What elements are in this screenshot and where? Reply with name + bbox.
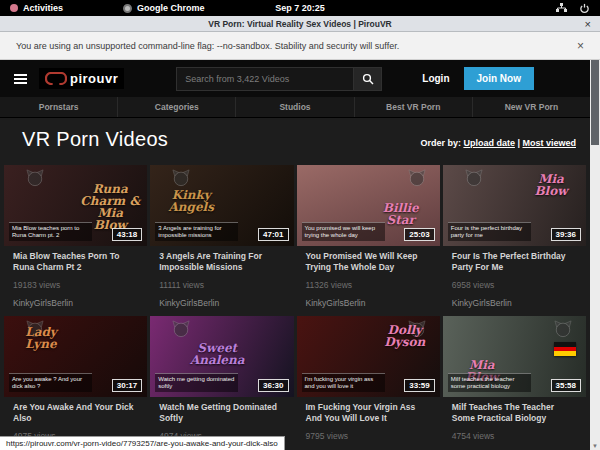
warning-bar: You are using an unsupported command-lin…	[0, 32, 600, 60]
order-upload-date-link[interactable]: Upload date	[463, 138, 515, 148]
duration-badge: 25:03	[404, 228, 434, 241]
warning-text: You are using an unsupported command-lin…	[0, 41, 399, 51]
page-viewport: pirouvr Login Join Now Pornstars Categor…	[0, 60, 590, 450]
thumb-caption: Mia Blow teaches porn to Runa Charm pt. …	[9, 222, 92, 241]
video-views: 11326 views	[306, 280, 431, 290]
video-thumbnail[interactable]: Kinky Angels 3 Angels are training for i…	[150, 165, 293, 246]
video-thumbnail[interactable]: Mia Blow Milf teaches the teacher some p…	[443, 316, 586, 397]
video-card: Dolly Dyson I'm fucking your virgin ass …	[297, 316, 440, 450]
order-by: Order by: Upload date | Most viewed	[420, 138, 576, 148]
site-header: pirouvr Login Join Now	[0, 60, 590, 97]
main-nav: Pornstars Categories Studios Best VR Por…	[0, 97, 590, 118]
video-card: Kinky Angels 3 Angels are training for i…	[150, 165, 293, 308]
video-title-link[interactable]: Milf Teaches The Teacher Some Practical …	[452, 402, 577, 423]
scrollbar: ▼	[590, 60, 600, 450]
studio-link[interactable]: KinkyGirlsBerlin	[13, 298, 138, 308]
studio-link[interactable]: KinkyGirlsBerlin	[159, 298, 284, 308]
thumb-script-title: Kinky Angels	[160, 189, 222, 213]
nav-item-categories[interactable]: Categories	[118, 97, 236, 117]
video-card: Mia Blow Milf teaches the teacher some p…	[443, 316, 586, 450]
video-views: 4754 views	[452, 431, 577, 441]
video-thumbnail[interactable]: Sweet Analena Watch me getting dominated…	[150, 316, 293, 397]
logo-text: pirouvr	[70, 71, 118, 86]
duration-badge: 47:01	[258, 228, 288, 241]
thumb-caption: Four is the perfect birthday party for m…	[448, 222, 531, 241]
scrollbar-down-arrow[interactable]: ▼	[590, 443, 600, 449]
join-now-button[interactable]: Join Now	[464, 67, 534, 90]
video-thumbnail[interactable]: Billie Star You promised we will keep tr…	[297, 165, 440, 246]
vr-goggles-icon	[45, 72, 67, 85]
search-button[interactable]	[354, 67, 382, 91]
system-bar: Activities Google Chrome Sep 7 20:25	[0, 0, 600, 16]
site-logo[interactable]: pirouvr	[39, 68, 124, 89]
thumb-caption: Milf teaches the teacher some practical …	[448, 373, 531, 392]
page-title: VR Porn Videos	[22, 128, 168, 151]
video-thumbnail[interactable]: Dolly Dyson I'm fucking your virgin ass …	[297, 316, 440, 397]
video-title-link[interactable]: You Promised We Will Keep Trying The Who…	[306, 251, 431, 272]
duration-badge: 30:17	[112, 379, 142, 392]
video-title-link[interactable]: Watch Me Getting Dominated Softly	[159, 402, 284, 423]
warning-close-button[interactable]: ×	[577, 39, 600, 53]
video-card: Runa Charm & Mia Blow Mia Blow teaches p…	[4, 165, 147, 308]
studio-watermark-icon	[465, 169, 483, 187]
screen: Activities Google Chrome Sep 7 20:25 VR …	[0, 0, 600, 450]
power-icon[interactable]	[579, 3, 590, 14]
order-most-viewed-link[interactable]: Most viewed	[522, 138, 576, 148]
studio-link[interactable]: KinkyGirlsBerlin	[306, 298, 431, 308]
studio-link[interactable]: KinkyGirlsBerlin	[452, 298, 577, 308]
video-card: Sweet Analena Watch me getting dominated…	[150, 316, 293, 450]
video-views: 6958 views	[452, 280, 577, 290]
video-title-link[interactable]: Im Fucking Your Virgin Ass And You Will …	[306, 402, 431, 423]
nav-item-new-vr[interactable]: New VR Porn	[473, 97, 590, 117]
video-title-link[interactable]: 3 Angels Are Training For Impossible Mis…	[159, 251, 284, 272]
hamburger-menu-icon[interactable]	[14, 74, 27, 84]
video-thumbnail[interactable]: Lady Lyne Are you awake ? And your dick …	[4, 316, 147, 397]
thumb-caption: Watch me getting dominated softly	[155, 373, 238, 392]
scrollbar-thumb[interactable]	[591, 60, 599, 145]
thumb-script-title: Dolly Dyson	[374, 324, 436, 348]
login-link[interactable]: Login	[422, 73, 449, 84]
search-icon	[362, 73, 374, 85]
thumb-caption: Are you awake ? And your dick also ?	[9, 373, 92, 392]
tab-title: VR Porn: Virtual Reality Sex Videos | Pi…	[0, 19, 600, 29]
video-title-link[interactable]: Four Is The Perfect Birthday Party For M…	[452, 251, 577, 272]
network-icon[interactable]	[555, 3, 567, 13]
studio-watermark-icon	[172, 320, 190, 338]
video-title-link[interactable]: Are You Awake And Your Dick Also	[13, 402, 138, 423]
browser-title-bar: VR Porn: Virtual Reality Sex Videos | Pi…	[0, 16, 600, 32]
nav-item-best-vr[interactable]: Best VR Porn	[355, 97, 473, 117]
content-area: VR Porn Videos Order by: Upload date | M…	[0, 118, 590, 450]
nav-item-pornstars[interactable]: Pornstars	[0, 97, 118, 117]
video-thumbnail[interactable]: Mia Blow Four is the perfect birthday pa…	[443, 165, 586, 246]
studio-watermark-icon	[172, 169, 190, 187]
video-title-link[interactable]: Mia Blow Teaches Porn To Runa Charm Pt 2	[13, 251, 138, 272]
thumb-caption: You promised we will keep trying the who…	[302, 222, 385, 241]
video-views: 11111 views	[159, 280, 284, 290]
search-input[interactable]	[176, 67, 354, 91]
video-grid: Runa Charm & Mia Blow Mia Blow teaches p…	[0, 165, 590, 450]
thumb-caption: I'm fucking your virgin ass and you will…	[302, 373, 385, 392]
studio-watermark-icon	[408, 169, 426, 187]
video-card: Lady Lyne Are you awake ? And your dick …	[4, 316, 147, 450]
duration-badge: 35:58	[551, 379, 581, 392]
duration-badge: 33:59	[404, 379, 434, 392]
thumb-caption: 3 Angels are training for impossible mis…	[155, 222, 238, 241]
video-thumbnail[interactable]: Runa Charm & Mia Blow Mia Blow teaches p…	[4, 165, 147, 246]
studio-watermark-icon	[554, 320, 572, 338]
window-close-button[interactable]: ×	[585, 18, 600, 30]
video-views: 19183 views	[13, 280, 138, 290]
video-card: Mia Blow Four is the perfect birthday pa…	[443, 165, 586, 308]
nav-item-studios[interactable]: Studios	[236, 97, 354, 117]
german-flag-graphic	[554, 342, 576, 356]
video-views: 9795 views	[306, 431, 431, 441]
order-by-label: Order by:	[420, 138, 461, 148]
video-card: Billie Star You promised we will keep tr…	[297, 165, 440, 308]
clock[interactable]: Sep 7 20:25	[0, 3, 600, 13]
thumb-script-title: Mia Blow	[520, 173, 582, 197]
studio-watermark-icon	[26, 169, 44, 187]
thumb-script-title: Sweet Analena	[186, 342, 248, 366]
order-separator: |	[517, 138, 520, 148]
duration-badge: 36:30	[258, 379, 288, 392]
duration-badge: 39:36	[551, 228, 581, 241]
duration-badge: 43:18	[112, 228, 142, 241]
